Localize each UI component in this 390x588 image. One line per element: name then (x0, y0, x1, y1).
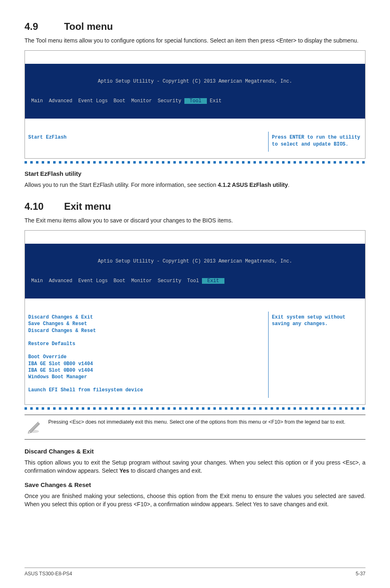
bios-body-exit: Discard Changes & Exit Save Changes & Re… (25, 312, 365, 397)
svg-line-4 (32, 423, 40, 431)
discard-text-c: to discard changes and exit. (129, 467, 202, 474)
start-ezflash-text-c: . (288, 182, 289, 188)
bios-body-tool: Start EzFlash Press ENTER to run the uti… (25, 132, 365, 151)
discard-text: This option allows you to exit the Setup… (25, 458, 365, 475)
torn-edge (25, 407, 365, 410)
note-text: Pressing <Esc> does not immediately exit… (48, 418, 364, 426)
section-4-9-heading: 4.9 Tool menu (25, 20, 365, 34)
save-heading: Save Changes & Reset (25, 480, 365, 489)
bios-help-exit: Exit system setup without saving any cha… (268, 312, 365, 397)
bios-left-exit: Discard Changes & Exit Save Changes & Re… (25, 312, 268, 397)
save-text: Once you are finished making your select… (25, 492, 365, 509)
bios-menubar-tool: Main Advanced Event Logs Boot Monitor Se… (28, 98, 362, 104)
bios-tool-panel: Aptio Setup Utility - Copyright (C) 2013… (25, 50, 365, 159)
start-ezflash-text-a: Allows you to run the Start EzFlash util… (25, 182, 218, 188)
bios-left-tool: Start EzFlash (25, 132, 268, 151)
start-ezflash-text: Allows you to run the Start EzFlash util… (25, 181, 365, 189)
bios-header: Aptio Setup Utility - Copyright (C) 2013… (25, 64, 365, 119)
bios-help-tool: Press ENTER to run the utility to select… (268, 132, 365, 151)
section-4-10-intro: The Exit menu items allow you to save or… (25, 216, 365, 224)
start-ezflash-text-b: 4.1.2 ASUS EzFlash utility (218, 182, 288, 188)
discard-heading: Discard Changes & Exit (25, 447, 365, 456)
section-title-text: Exit menu (64, 201, 111, 212)
section-4-10-heading: 4.10 Exit menu (25, 200, 365, 214)
section-4-9-intro: The Tool menu items allow you to configu… (25, 36, 365, 45)
bios-active-tab-exit: Exit (202, 278, 224, 284)
bios-menubar-exit: Main Advanced Event Logs Boot Monitor Se… (28, 278, 362, 284)
bios-header-line1: Aptio Setup Utility - Copyright (C) 2013… (28, 78, 362, 85)
bios-header-line1: Aptio Setup Utility - Copyright (C) 2013… (28, 258, 362, 265)
bios-menubar-prefix: Main Advanced Event Logs Boot Monitor Se… (28, 98, 184, 104)
section-number: 4.10 (25, 200, 61, 214)
discard-text-b: Yes (119, 467, 129, 474)
torn-edge (25, 161, 365, 164)
bios-active-tab-tool: Tool (184, 98, 207, 104)
start-ezflash-heading: Start EzFlash utility (25, 169, 365, 178)
bios-menubar-exit-inactive: Exit (207, 98, 224, 104)
bios-menubar-tool-inactive: Tool (184, 278, 202, 284)
bios-menubar-prefix: Main Advanced Event Logs Boot Monitor Se… (28, 278, 184, 284)
bios-header: Aptio Setup Utility - Copyright (C) 2013… (25, 244, 365, 298)
note-box: Pressing <Esc> does not immediately exit… (25, 415, 365, 440)
note-pencil-icon (26, 418, 41, 436)
bios-exit-panel: Aptio Setup Utility - Copyright (C) 2013… (25, 230, 365, 405)
section-title-text: Tool menu (64, 21, 113, 32)
section-number: 4.9 (25, 20, 61, 34)
